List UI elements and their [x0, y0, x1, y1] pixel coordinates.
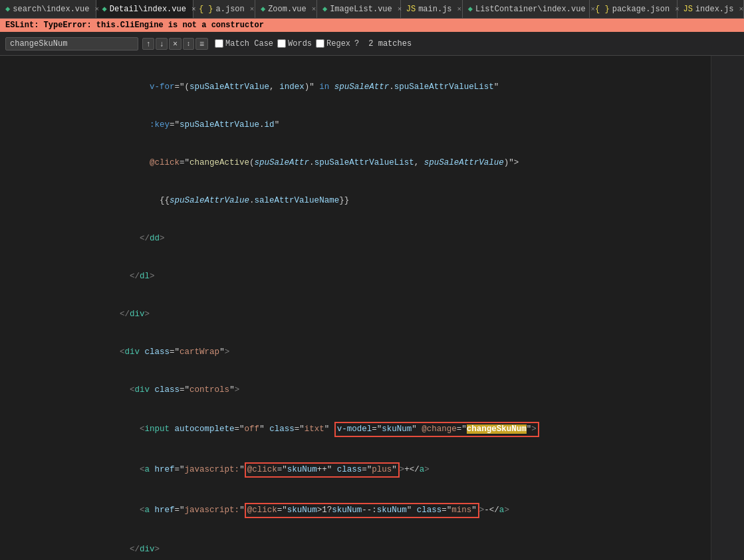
nav-up-button[interactable]: ↑ [142, 38, 154, 50]
tab-close[interactable]: × [398, 5, 402, 13]
tab-label: search\index.vue [13, 5, 89, 14]
line-number [8, 220, 32, 258]
code-content: <a href="javascript:"@click="skuNum++" c… [40, 450, 711, 490]
line-number [8, 56, 32, 68]
line-number [8, 296, 32, 333]
tab-close[interactable]: × [191, 5, 196, 13]
line-number [8, 258, 32, 296]
vue-icon: ◆ [261, 4, 265, 14]
tab-label: index.js [695, 5, 734, 14]
code-line: </dd> [0, 220, 711, 258]
match-case-label: Match Case [225, 39, 273, 48]
match-count: 2 matches [368, 39, 412, 48]
vue-icon: ◆ [468, 4, 473, 14]
code-line: :key="spuSaleAttrValue.id" [0, 106, 711, 144]
code-content: <input autocomplete="off" class="itxt" v… [40, 409, 711, 450]
match-case-option[interactable]: Match Case [215, 39, 273, 48]
vue-icon: ◆ [322, 4, 327, 14]
tab-listcontainer[interactable]: ◆ ListContainer\index.vue × [463, 0, 590, 18]
tab-label: a.json [216, 5, 245, 14]
code-content: :key="spuSaleAttrValue.id" [40, 106, 711, 144]
code-line: v-for="(spuSaleAttrValue, index)" in spu… [0, 68, 711, 106]
code-line: <a href="javascript:"@click="skuNum++" c… [0, 450, 711, 490]
code-line: <div class="cartWrap"> [0, 333, 711, 371]
code-line: </div> [0, 531, 711, 560]
tab-search-index[interactable]: ◆ search\index.vue × [0, 0, 96, 18]
tab-close[interactable]: × [675, 5, 680, 13]
tab-label: ListContainer\index.vue [475, 5, 586, 14]
vue-icon: ◆ [102, 4, 106, 14]
regex-option[interactable]: Regex [316, 39, 350, 48]
line-number [8, 333, 32, 371]
tab-close[interactable]: × [250, 5, 255, 13]
match-case-checkbox[interactable] [215, 39, 223, 48]
js-icon: JS [683, 5, 692, 14]
line-number [8, 144, 32, 182]
tab-label: Zoom.vue [268, 5, 307, 14]
line-number [8, 371, 32, 409]
code-content: <a href="javascript:"@click="skuNum>1?sk… [40, 490, 711, 531]
tab-main-js[interactable]: JS main.js × [401, 0, 463, 18]
help-option[interactable]: ? [354, 39, 359, 48]
editor-area: v-for="(spuSaleAttrValue, index)" in spu… [0, 56, 744, 560]
nav-down-button[interactable]: ↓ [156, 38, 168, 50]
line-number [8, 182, 32, 220]
code-line: {{spuSaleAttrValue.saleAttrValueName}} [0, 182, 711, 220]
tab-label: main.js [418, 5, 451, 14]
minimap [711, 56, 744, 560]
tab-close[interactable]: × [94, 5, 99, 13]
code-line: </dl> [0, 258, 711, 296]
line-number [8, 450, 32, 490]
line-number [8, 531, 32, 560]
search-options: Match Case Words Regex ? [215, 39, 359, 48]
search-input[interactable] [10, 39, 116, 48]
code-content: </dl> [40, 258, 711, 296]
code-line: @click="changeActive(spuSaleAttr.spuSale… [0, 144, 711, 182]
search-input-wrap [5, 37, 138, 50]
error-text: ESLint: TypeError: this.CliEngine is not… [5, 21, 264, 30]
json-icon: { } [595, 5, 610, 14]
tab-label: Detail\index.vue [110, 5, 186, 14]
tab-close[interactable]: × [739, 5, 743, 13]
tab-index-js[interactable]: JS index.js × [678, 0, 744, 18]
vue-icon: ◆ [5, 4, 10, 14]
js-icon: JS [406, 5, 416, 14]
tab-bar: ◆ search\index.vue × ◆ Detail\index.vue … [0, 0, 744, 19]
filter-button[interactable]: ≡ [195, 38, 208, 50]
words-checkbox[interactable] [277, 39, 286, 48]
code-content: </dd> [40, 220, 711, 258]
code-content: {{spuSaleAttrValue.saleAttrValueName}} [40, 182, 711, 220]
code-content: <div class="cartWrap"> [40, 333, 711, 371]
json-icon: { } [199, 5, 213, 14]
line-number [8, 106, 32, 144]
code-line: </div> [0, 296, 711, 333]
toggle-replace-button[interactable]: ↕ [183, 38, 194, 50]
tab-imagelist-vue[interactable]: ◆ ImageList.vue × [317, 0, 401, 18]
code-content: v-for="(spuSaleAttrValue, index)" in spu… [40, 68, 711, 106]
code-line: <div class="controls"> [0, 371, 711, 409]
tab-detail-index[interactable]: ◆ Detail\index.vue × [96, 0, 193, 18]
code-content: <div class="controls"> [40, 371, 711, 409]
words-label: Words [288, 39, 312, 48]
tab-zoom-vue[interactable]: ◆ Zoom.vue × [255, 0, 317, 18]
search-bar: ↑ ↓ × ↕ ≡ Match Case Words Regex ? 2 mat… [0, 32, 744, 56]
line-number [8, 68, 32, 106]
code-content: </div> [40, 531, 711, 560]
tab-label: ImageList.vue [330, 5, 392, 14]
tab-label: package.json [612, 5, 670, 14]
code-content [40, 56, 711, 68]
words-option[interactable]: Words [277, 39, 312, 48]
line-number [8, 490, 32, 531]
tab-a-json[interactable]: { } a.json × [193, 0, 255, 18]
tab-package-json[interactable]: { } package.json × [590, 0, 678, 18]
close-search-button[interactable]: × [169, 38, 182, 50]
tab-close[interactable]: × [457, 5, 462, 13]
regex-checkbox[interactable] [316, 39, 324, 48]
code-line-input: <input autocomplete="off" class="itxt" v… [0, 409, 711, 450]
line-number [8, 409, 32, 450]
code-line: <a href="javascript:"@click="skuNum>1?sk… [0, 490, 711, 531]
tab-close[interactable]: × [591, 5, 596, 13]
code-line [0, 56, 711, 68]
tab-close[interactable]: × [312, 5, 316, 13]
code-content: </div> [40, 296, 711, 333]
